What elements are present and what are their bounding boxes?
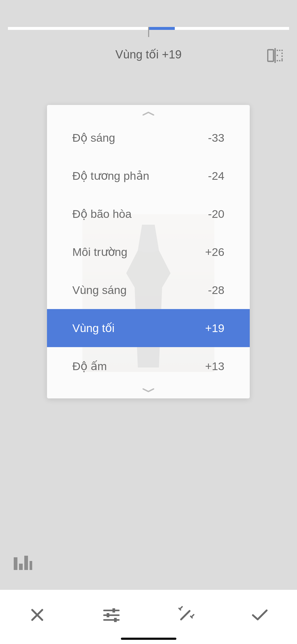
svg-rect-12: [14, 557, 17, 570]
svg-rect-23: [114, 618, 117, 622]
svg-rect-5: [281, 53, 283, 54]
list-item[interactable]: Vùng tối +19: [47, 309, 250, 347]
parameter-panel: Độ sáng -33 Độ tương phản -24 Độ bão hòa…: [47, 105, 250, 398]
list-item-value: +13: [205, 360, 224, 373]
svg-rect-2: [277, 50, 278, 51]
list-item-label: Vùng tối: [72, 321, 115, 335]
svg-rect-0: [268, 50, 274, 61]
list-item-value: +26: [205, 246, 224, 259]
svg-rect-8: [281, 60, 283, 61]
list-item-label: Độ tương phản: [72, 169, 149, 182]
list-item-label: Độ sáng: [72, 131, 115, 144]
confirm-button[interactable]: [248, 604, 272, 627]
value-slider-fill: [148, 27, 175, 30]
list-item[interactable]: Môi trường +26: [47, 233, 250, 271]
list-item[interactable]: Vùng sáng -28: [47, 271, 250, 309]
svg-rect-14: [24, 556, 28, 570]
parameter-list: Độ sáng -33 Độ tương phản -24 Độ bão hòa…: [47, 119, 250, 385]
value-slider-center-tick: [148, 27, 149, 37]
auto-button[interactable]: [174, 604, 197, 627]
compare-icon[interactable]: [267, 48, 283, 63]
check-icon: [251, 608, 268, 623]
list-item-label: Độ bão hòa: [72, 207, 131, 220]
bottom-toolbar: [0, 590, 297, 644]
list-item[interactable]: Độ sáng -33: [47, 119, 250, 157]
svg-rect-4: [281, 50, 283, 51]
list-item-value: +19: [205, 322, 224, 335]
list-item-value: -20: [208, 208, 224, 220]
chevron-up-icon[interactable]: [143, 111, 154, 116]
magic-wand-icon: [176, 606, 195, 625]
svg-rect-9: [279, 60, 280, 61]
svg-rect-10: [277, 60, 278, 61]
svg-line-24: [181, 611, 190, 619]
svg-rect-3: [279, 50, 280, 51]
svg-rect-21: [107, 613, 109, 617]
svg-rect-19: [112, 608, 115, 613]
svg-rect-13: [19, 564, 23, 570]
svg-rect-7: [281, 58, 283, 60]
histogram-icon[interactable]: [14, 556, 32, 570]
list-item-label: Độ ấm: [72, 360, 107, 373]
list-item-value: -24: [208, 169, 224, 182]
svg-rect-6: [281, 56, 283, 57]
home-indicator: [121, 638, 176, 640]
list-item-label: Môi trường: [72, 245, 127, 259]
list-item-label: Vùng sáng: [72, 284, 127, 297]
list-item-value: -28: [208, 284, 224, 297]
cancel-button[interactable]: [25, 604, 49, 627]
sliders-icon: [103, 607, 120, 624]
list-item[interactable]: Độ bão hòa -20: [47, 195, 250, 233]
list-item[interactable]: Độ tương phản -24: [47, 157, 250, 195]
svg-rect-11: [277, 55, 278, 56]
close-icon: [30, 608, 44, 623]
current-parameter-label: Vùng tối +19: [0, 48, 297, 61]
adjust-button[interactable]: [100, 604, 123, 627]
list-item-value: -33: [208, 131, 224, 144]
chevron-down-icon[interactable]: [143, 388, 154, 393]
svg-rect-15: [30, 561, 32, 570]
list-item[interactable]: Độ ấm +13: [47, 347, 250, 385]
